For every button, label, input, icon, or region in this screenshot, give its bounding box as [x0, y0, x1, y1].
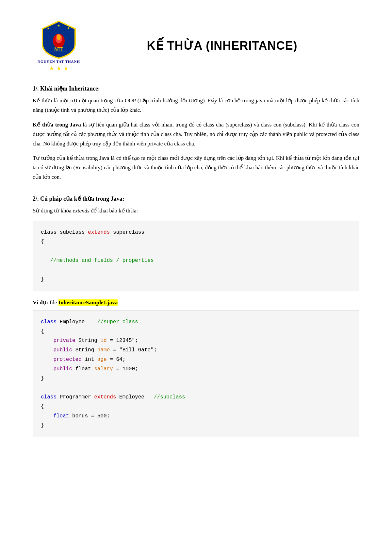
ex-name-var: name: [97, 347, 110, 353]
ex-int-1: int: [85, 357, 97, 362]
ex-line-4: public String name = "Bill Gate";: [41, 345, 351, 355]
star-icon-2: ★: [56, 65, 61, 72]
example-code-block: class Employee //super class { private S…: [33, 311, 359, 437]
ex-salary-val: = 1000;: [116, 366, 138, 372]
kw-private-1: private: [53, 338, 75, 344]
school-name: NGUYEN TAT THANH: [38, 59, 80, 63]
star-icon-1: ★: [49, 65, 54, 72]
kw-class-2: class: [41, 319, 57, 325]
ex-line-8: class Programmer extends Employee //subc…: [41, 393, 351, 402]
ex-salary-var: salary: [94, 366, 113, 372]
ex-programmer: Programmer: [60, 394, 94, 400]
section-1-heading: 1/. Khái niệm Inheritance:: [33, 85, 359, 92]
ex-float-1: float: [75, 366, 94, 372]
section-1-para-3: Tư tưởng của kế thừa trong Java là có th…: [33, 154, 359, 182]
section-2: 2/. Cú pháp của kế thừa trong Java: Sử d…: [33, 195, 359, 437]
kw-float-2: float: [53, 413, 69, 419]
code-line-3: //methods and fields / properties: [41, 256, 351, 265]
ex-line-9: {: [41, 402, 351, 412]
kw-class-1: class: [41, 229, 57, 235]
ex-string-2: String: [75, 347, 97, 353]
code-line-1: class subclass extends superclass: [41, 228, 351, 237]
section-2-heading: 2/. Cú pháp của kế thừa trong Java:: [33, 195, 359, 202]
page-title: KẾ THỪA (INHERITANCE): [85, 39, 359, 53]
ex-line-2: {: [41, 327, 351, 336]
ex-employee-ref: Employee: [119, 394, 151, 400]
ex-line-6: public float salary = 1000;: [41, 364, 351, 374]
ex-comment-subclass: //subclass: [154, 394, 185, 400]
example-label-text: Ví dụ:: [33, 299, 50, 306]
code-line-4: }: [41, 275, 351, 284]
kw-class-3: class: [41, 394, 57, 400]
svg-text:NTT: NTT: [54, 46, 63, 52]
ex-line-5: protected int age = 64;: [41, 355, 351, 364]
ex-name-val: = "Bill Gate";: [113, 347, 157, 353]
ex-line-3: private String id ="12345";: [41, 336, 351, 345]
ex-string-1: String: [78, 338, 100, 344]
page-header: ★ ★ ★ NTT NGUYEN TAT THANH ★ ★ ★ KẾ THỪA…: [33, 20, 359, 72]
code-subclass: subclass: [60, 229, 88, 235]
section-1-para-2: Kế thừa trong Java là sự liên quan giữa …: [33, 120, 359, 149]
ex-id-var: id: [100, 338, 106, 344]
ex-employee: Employee: [60, 319, 94, 325]
ex-comment-superclass: //super class: [97, 319, 138, 325]
code-superclass: superclass: [113, 229, 144, 235]
ex-age-val: = 64;: [110, 357, 125, 362]
svg-point-5: [57, 34, 61, 40]
section-1: 1/. Khái niệm Inheritance: Kế thừa là mộ…: [33, 85, 359, 182]
kw-extends-1: extends: [88, 229, 110, 235]
example-label-file-prefix: file: [50, 299, 58, 306]
ex-age-var: age: [97, 357, 107, 362]
section-2-intro: Sử dụng từ khóa extends để khai báo kế t…: [33, 206, 359, 216]
svg-text:★: ★: [47, 26, 50, 30]
svg-text:★: ★: [57, 24, 60, 27]
section-1-para-2-rest: là sự liên quan giữa hai class với nhau,…: [33, 122, 359, 147]
main-content: 1/. Khái niệm Inheritance: Kế thừa là mộ…: [33, 85, 359, 437]
ex-line-1: class Employee //super class: [41, 317, 351, 327]
kw-public-2: public: [53, 366, 72, 372]
kw-protected-1: protected: [53, 357, 81, 362]
bold-ke-thua: Kế thừa trong Java: [33, 122, 81, 128]
star-icon-3: ★: [63, 65, 69, 72]
ex-id-val: ="12345";: [110, 338, 138, 344]
logo-shield: ★ ★ ★ NTT: [41, 20, 77, 59]
code-comment-1: //methods and fields / properties: [50, 258, 154, 263]
ex-bonus-var: bonus = 500;: [72, 413, 110, 419]
section-1-para-1: Kế thừa là một trụ cột quan trọng của OO…: [33, 96, 359, 115]
kw-extends-2: extends: [94, 394, 116, 400]
ex-line-7: }: [41, 374, 351, 383]
ex-line-11: }: [41, 421, 351, 430]
svg-text:★: ★: [67, 26, 70, 30]
code-line-2: {: [41, 237, 351, 247]
syntax-code-block: class subclass extends superclass { //me…: [33, 221, 359, 291]
kw-public-1: public: [53, 347, 72, 353]
logo-container: ★ ★ ★ NTT NGUYEN TAT THANH ★ ★ ★: [33, 20, 85, 72]
ex-line-10: float bonus = 500;: [41, 412, 351, 421]
example-file-name: InheritanceSample1.java: [58, 299, 118, 306]
example-label: Ví dụ: file InheritanceSample1.java: [33, 299, 359, 306]
logo-stars: ★ ★ ★: [49, 65, 69, 72]
